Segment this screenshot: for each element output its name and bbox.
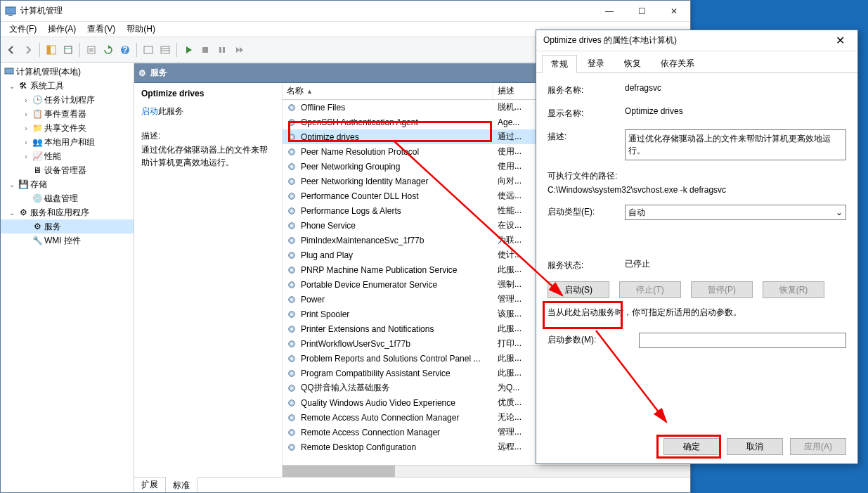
tools-icon: 🛠: [18, 80, 29, 91]
service-name: Power: [298, 295, 493, 305]
minimize-button[interactable]: —: [593, 1, 626, 22]
tab-extended[interactable]: 扩展: [134, 478, 166, 492]
value-service-status: 已停止: [625, 258, 846, 270]
tree-shared-folders[interactable]: ›📁共享文件夹: [1, 121, 134, 135]
tree-local-users[interactable]: ›👥本地用户和组: [1, 135, 134, 149]
expand-icon[interactable]: ›: [22, 153, 30, 160]
tree-storage[interactable]: ⌄💾存储: [1, 177, 134, 191]
refresh-button[interactable]: [101, 42, 116, 58]
titlebar[interactable]: 计算机管理 — ☐ ✕: [1, 1, 690, 22]
tree-pane[interactable]: 计算机管理(本地) ⌄🛠系统工具 ›🕒任务计划程序 ›📋事件查看器 ›📁共享文件…: [1, 63, 134, 492]
tree-services[interactable]: ⚙服务: [1, 219, 134, 233]
service-name: Peer Name Resolution Protocol: [298, 147, 493, 157]
tree-device-manager[interactable]: 🖥设备管理器: [1, 163, 134, 177]
info-column: Optimize drives 启动此服务 描述: 通过优化存储驱动器上的文件来…: [134, 83, 282, 477]
service-name: Peer Networking Grouping: [298, 162, 493, 172]
gear-icon: [285, 295, 298, 305]
view-list-button[interactable]: [141, 42, 156, 58]
properties-button[interactable]: [84, 42, 99, 58]
back-button[interactable]: [4, 42, 19, 58]
restart-service-button[interactable]: [231, 42, 247, 58]
tree-task-scheduler[interactable]: ›🕒任务计划程序: [1, 93, 134, 107]
expand-icon[interactable]: ›: [22, 139, 30, 146]
bottom-tabs: 扩展 标准: [134, 477, 690, 492]
wmi-icon: 🔧: [32, 235, 43, 246]
close-button[interactable]: ✕: [658, 1, 690, 22]
gear-icon: [285, 147, 298, 157]
label-description: 描述:: [548, 129, 625, 143]
gear-icon: [285, 177, 298, 186]
properties-dialog: Optimize drives 的属性(本地计算机) ✕ 常规 登录 恢复 依存…: [536, 30, 858, 464]
gear-icon: [285, 103, 298, 113]
menu-file[interactable]: 文件(F): [4, 22, 42, 37]
service-name: Quality Windows Audio Video Experience: [298, 398, 493, 408]
tab-general[interactable]: 常规: [542, 55, 577, 73]
startup-type-select[interactable]: 自动 ⌄: [625, 205, 846, 220]
apply-button: 应用(A): [790, 438, 846, 455]
dialog-close-button[interactable]: ✕: [829, 30, 850, 51]
service-name: Remote Desktop Configuration: [298, 442, 493, 452]
start-params-input[interactable]: [639, 333, 846, 348]
show-hide-button[interactable]: [44, 42, 59, 58]
gear-icon: ⚙: [32, 221, 43, 232]
menu-view[interactable]: 查看(V): [82, 22, 121, 37]
start-button[interactable]: 启动(S): [548, 281, 609, 298]
start-service-link[interactable]: 启动: [141, 106, 158, 116]
dialog-titlebar[interactable]: Optimize drives 的属性(本地计算机) ✕: [536, 30, 857, 51]
tree-event-viewer[interactable]: ›📋事件查看器: [1, 107, 134, 121]
ok-button[interactable]: 确定: [663, 438, 720, 455]
start-service-button[interactable]: [181, 42, 196, 58]
service-name: Peer Networking Identity Manager: [298, 177, 493, 186]
expand-icon[interactable]: ›: [22, 96, 30, 104]
gear-icon: [285, 162, 298, 172]
tree-system-tools[interactable]: ⌄🛠系统工具: [1, 79, 134, 93]
help-button[interactable]: ?: [117, 42, 133, 58]
export-button[interactable]: [60, 42, 76, 58]
dialog-title: Optimize drives 的属性(本地计算机): [543, 34, 829, 46]
menu-help[interactable]: 帮助(H): [121, 22, 161, 37]
horizontal-scrollbar[interactable]: [283, 465, 690, 477]
tab-recovery[interactable]: 恢复: [615, 54, 650, 72]
collapse-icon[interactable]: ⌄: [8, 181, 16, 188]
tab-logon[interactable]: 登录: [578, 54, 614, 72]
storage-icon: 💾: [18, 179, 29, 190]
svg-point-57: [290, 416, 293, 419]
tree-root[interactable]: 计算机管理(本地): [1, 65, 134, 79]
svg-point-21: [290, 151, 293, 153]
service-name: Print Spooler: [298, 309, 493, 319]
menu-action[interactable]: 操作(A): [42, 22, 82, 37]
collapse-icon[interactable]: ⌄: [8, 82, 16, 90]
col-name[interactable]: 名称▲: [283, 83, 493, 99]
forward-button[interactable]: [20, 42, 36, 58]
tab-standard[interactable]: 标准: [166, 477, 197, 492]
chevron-down-icon: ⌄: [836, 207, 843, 217]
svg-point-53: [290, 387, 293, 390]
gear-icon: [285, 369, 298, 378]
svg-text:?: ?: [122, 45, 127, 55]
scrollbar-thumb[interactable]: [283, 466, 395, 477]
tree-services-apps[interactable]: ⌄⚙服务和应用程序: [1, 205, 134, 219]
window-title: 计算机管理: [20, 5, 593, 17]
expand-icon[interactable]: ›: [22, 124, 30, 132]
label-display-name: 显示名称:: [548, 106, 625, 120]
collapse-icon[interactable]: ⌄: [8, 209, 16, 217]
tree-disk-management[interactable]: 💿磁盘管理: [1, 191, 134, 205]
service-name: PimIndexMaintenanceSvc_1f77b: [298, 236, 493, 245]
tab-dependencies[interactable]: 依存关系: [652, 54, 704, 72]
service-name: PNRP Machine Name Publication Service: [298, 265, 493, 275]
expand-icon[interactable]: ›: [22, 110, 30, 118]
svg-point-39: [290, 283, 293, 286]
pause-service-button[interactable]: [214, 42, 230, 58]
gear-icon: [285, 309, 298, 319]
tree-performance[interactable]: ›📈性能: [1, 149, 134, 163]
tree-wmi[interactable]: 🔧WMI 控件: [1, 233, 134, 248]
maximize-button[interactable]: ☐: [626, 1, 658, 22]
svg-point-43: [290, 313, 293, 316]
value-description[interactable]: 通过优化存储驱动器上的文件来帮助计算机更高效地运行。: [625, 129, 846, 160]
cancel-button[interactable]: 取消: [727, 438, 783, 455]
value-service-name[interactable]: defragsvc: [625, 83, 661, 93]
users-icon: 👥: [32, 136, 43, 148]
view-details-button[interactable]: [157, 42, 173, 58]
stop-service-button[interactable]: [197, 42, 213, 58]
gear-icon: [285, 398, 298, 408]
